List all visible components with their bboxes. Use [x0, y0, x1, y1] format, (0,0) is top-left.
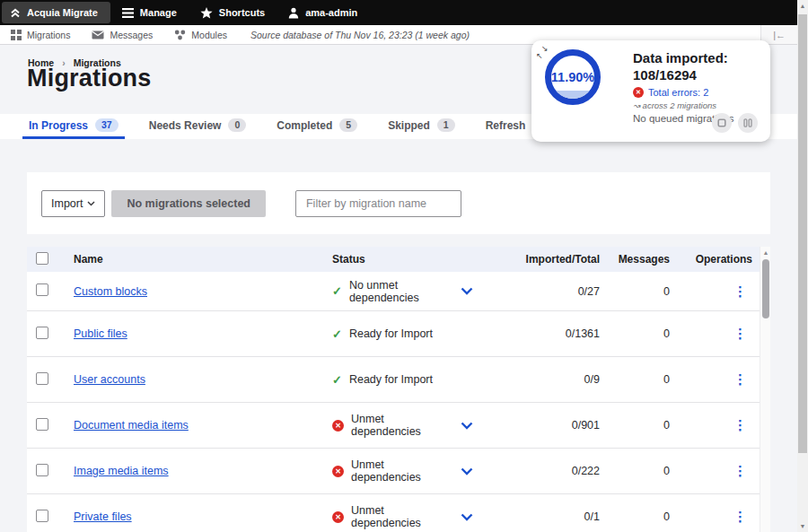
across-note-text: across 2 migrations [643, 100, 716, 110]
imported-total-value: 0/1361 [485, 327, 603, 340]
row-checkbox[interactable] [36, 372, 48, 385]
page-title: Migrations [27, 65, 152, 92]
tab-in-progress[interactable]: In Progress 37 [22, 114, 125, 139]
tab-label: Needs Review [149, 119, 222, 132]
messages-count: 0 [603, 419, 673, 432]
import-dropdown-button[interactable]: Import [41, 190, 105, 217]
wave-arrow-icon: ↝ [633, 100, 640, 110]
modules-icon [174, 30, 186, 40]
username-label: ama-admin [305, 7, 357, 18]
progress-fill [551, 91, 594, 99]
import-progress-card: ↘ ↖ 11.90% Data imported: 108/16294 Tota… [531, 40, 770, 142]
error-icon [332, 511, 344, 523]
tab-count-badge: 37 [95, 118, 119, 132]
grid-icon [11, 30, 22, 40]
modules-label: Modules [191, 30, 227, 40]
select-all-checkbox[interactable] [36, 252, 48, 265]
manage-menu[interactable]: Manage [110, 0, 189, 25]
imported-total-value: 0/222 [485, 465, 603, 477]
stop-button[interactable] [712, 113, 732, 133]
tab-completed[interactable]: Completed 5 [270, 114, 364, 139]
user-menu[interactable]: ama-admin [277, 0, 369, 25]
actions-bar: Import No migrations selected [27, 172, 770, 234]
row-checkbox[interactable] [36, 510, 48, 522]
row-checkbox[interactable] [36, 418, 48, 431]
status-text: Unmet dependencies [351, 504, 449, 529]
page-scrollbar[interactable]: ▲ ▼ [797, 0, 808, 532]
operations-kebab-icon[interactable]: ⋮ [733, 326, 747, 341]
acquia-migrate-menu[interactable]: Acquia Migrate [2, 2, 110, 23]
total-errors-label: Total errors: 2 [648, 87, 708, 98]
toolbar-item-messages[interactable]: Messages [81, 30, 163, 40]
error-icon [633, 87, 644, 98]
table-header-row: Name Status Imported/Total Messages Oper… [27, 247, 770, 272]
collapse-diagonal-icon[interactable]: ↖ [536, 52, 543, 60]
scroll-down-arrow-icon[interactable]: ▼ [797, 523, 808, 529]
total-errors-link[interactable]: Total errors: 2 [633, 87, 766, 98]
shortcuts-label: Shortcuts [219, 7, 265, 18]
chevron-down-icon[interactable] [461, 422, 473, 430]
source-database-note: Source database of Thu Nov 16, 23:23 (1 … [250, 30, 470, 40]
row-checkbox[interactable] [36, 464, 48, 476]
hamburger-icon [122, 8, 134, 18]
tab-label: In Progress [29, 119, 88, 132]
chevron-down-icon[interactable] [461, 513, 473, 521]
toolbar-item-modules[interactable]: Modules [163, 30, 238, 40]
double-chevron-up-icon [10, 7, 21, 19]
pause-button[interactable] [738, 113, 758, 133]
check-icon [332, 284, 342, 298]
column-header-messages: Messages [603, 253, 673, 266]
scroll-up-arrow-icon[interactable]: ▲ [797, 3, 808, 9]
status-text: Unmet dependencies [351, 458, 449, 484]
import-label: Import [51, 197, 83, 210]
operations-kebab-icon[interactable]: ⋮ [733, 509, 747, 524]
table-row: Document media items Unmet dependencies … [27, 403, 770, 449]
shortcuts-menu[interactable]: Shortcuts [189, 0, 277, 25]
page-scrollbar-thumb[interactable] [798, 14, 807, 453]
status-text: Unmet dependencies [351, 413, 449, 438]
migration-name-link[interactable]: User accounts [74, 373, 145, 386]
operations-kebab-icon[interactable]: ⋮ [733, 283, 747, 299]
column-header-name: Name [74, 253, 332, 266]
across-migrations-note: ↝ across 2 migrations [633, 100, 766, 110]
migration-filter-input[interactable] [295, 190, 461, 217]
tab-count-badge: 1 [437, 118, 455, 132]
row-checkbox[interactable] [36, 283, 48, 296]
migration-name-link[interactable]: Private files [74, 510, 132, 523]
error-icon [332, 420, 344, 432]
tab-skipped[interactable]: Skipped 1 [382, 114, 461, 139]
migration-name-link[interactable]: Image media items [74, 465, 169, 477]
migration-name-link[interactable]: Public files [74, 327, 127, 340]
row-checkbox[interactable] [36, 327, 48, 339]
selection-count-button: No migrations selected [111, 190, 266, 217]
imported-total-value: 0/1 [485, 510, 603, 523]
tab-label: Refresh [486, 119, 526, 132]
column-header-imported: Imported/Total [485, 253, 603, 266]
table-scrollbar[interactable]: ▲ [760, 247, 770, 532]
admin-toolbar: Acquia Migrate Manage Shortcuts ama-admi… [0, 0, 797, 25]
collapse-left-icon: |← [773, 30, 786, 40]
user-icon [288, 7, 299, 19]
messages-count: 0 [603, 465, 673, 477]
imported-total-value: 0/9 [485, 373, 603, 386]
operations-kebab-icon[interactable]: ⋮ [733, 371, 747, 387]
chevron-down-icon[interactable] [461, 467, 473, 475]
chevron-down-icon[interactable] [461, 287, 473, 295]
imported-total-value: 0/901 [485, 419, 603, 432]
toolbar-item-migrations[interactable]: Migrations [0, 30, 81, 40]
chevron-down-icon [87, 201, 95, 206]
imported-total-value: 0/27 [485, 285, 603, 298]
tab-count-badge: 5 [339, 118, 357, 132]
tab-needs-review[interactable]: Needs Review 0 [143, 114, 253, 139]
table-row: User accounts Ready for Import 0/9 0 ⋮ [27, 357, 770, 403]
migration-name-link[interactable]: Document media items [74, 419, 189, 432]
progress-ring: 11.90% [545, 49, 601, 105]
migration-name-link[interactable]: Custom blocks [74, 285, 147, 298]
messages-count: 0 [603, 510, 673, 523]
table-scrollbar-thumb[interactable] [762, 259, 769, 318]
operations-kebab-icon[interactable]: ⋮ [733, 463, 747, 478]
scroll-up-arrow-icon[interactable]: ▲ [760, 249, 771, 256]
tab-count-badge: 0 [228, 118, 246, 132]
operations-kebab-icon[interactable]: ⋮ [733, 417, 747, 432]
messages-count: 0 [603, 373, 673, 386]
